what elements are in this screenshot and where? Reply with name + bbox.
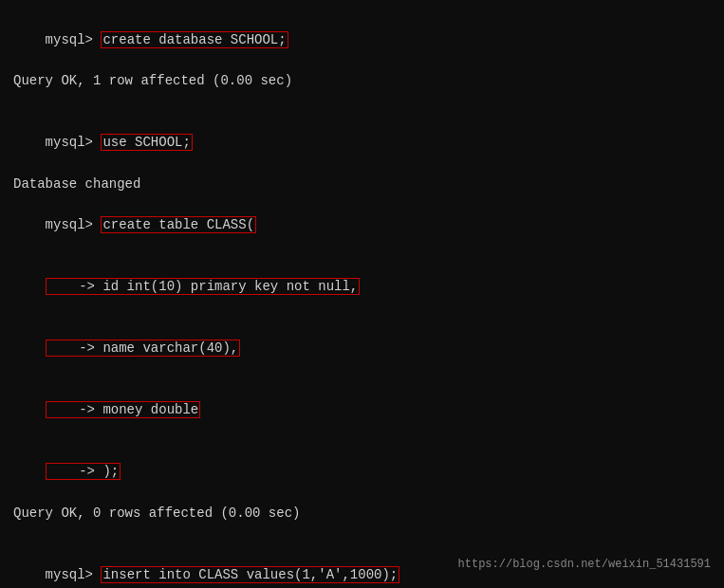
cont-7: -> name varchar(40), xyxy=(46,340,241,357)
line-3: mysql> use SCHOOL; xyxy=(13,112,711,174)
watermark: https://blog.csdn.net/weixin_51431591 xyxy=(458,558,711,571)
line-8: -> money double xyxy=(13,379,711,441)
prompt-5: mysql> xyxy=(46,217,102,232)
line-9: -> ); xyxy=(13,441,711,503)
line-4: Database changed xyxy=(13,175,711,195)
line-2: Query OK, 1 row affected (0.00 sec) xyxy=(13,71,711,92)
line-5: mysql> create table CLASS( xyxy=(13,194,711,256)
cmd-5: create table CLASS( xyxy=(101,216,256,233)
cont-6: -> id int(10) primary key not null, xyxy=(46,278,361,295)
blank-2 xyxy=(13,524,711,544)
cmd-1: create database SCHOOL; xyxy=(101,31,288,48)
prompt-1: mysql> xyxy=(46,32,102,47)
prompt-11: mysql> xyxy=(46,567,102,582)
line-6: -> id int(10) primary key not null, xyxy=(13,256,711,318)
line-7: -> name varchar(40), xyxy=(13,318,711,379)
cont-8: -> money double xyxy=(46,401,201,418)
terminal-container: mysql> create database SCHOOL; Query OK,… xyxy=(13,9,711,588)
line-1: mysql> create database SCHOOL; xyxy=(13,9,711,71)
line-10: Query OK, 0 rows affected (0.00 sec) xyxy=(13,504,711,524)
blank-1 xyxy=(13,92,711,113)
cmd-11: insert into CLASS values(1,'A',1000); xyxy=(101,566,399,583)
cont-9: -> ); xyxy=(46,463,121,480)
cmd-3: use SCHOOL; xyxy=(101,134,192,151)
prompt-3: mysql> xyxy=(46,135,102,150)
